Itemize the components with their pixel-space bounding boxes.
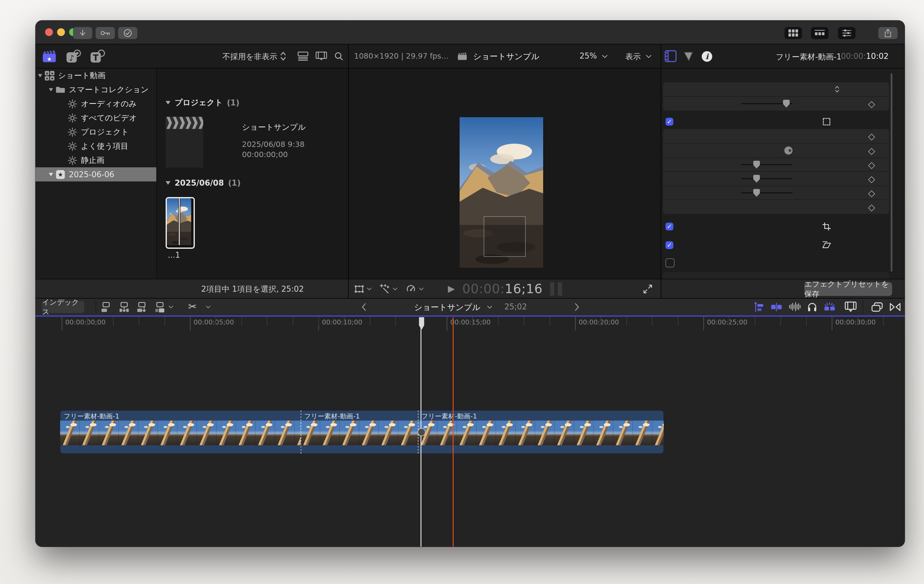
unchecked-checkbox[interactable] [665,258,675,267]
photos-audio-tab-icon[interactable]: ♪ [66,49,81,64]
inspector-row-位置[interactable]: ◇ [663,129,889,143]
chevron-down-icon[interactable] [487,305,492,309]
sidebar-item-7[interactable]: 静止画 [35,153,156,167]
keywords-button[interactable] [96,27,115,39]
timeline-clip-1[interactable]: フリー素材-動画-1 [60,410,300,454]
timeline-project-title[interactable]: ショートサンプル [411,302,483,313]
inspector-row-変形[interactable]: ✓ [663,115,889,128]
checked-checkbox[interactable]: ✓ [665,241,673,249]
playhead-dot[interactable] [417,428,426,436]
timeline-tracks[interactable]: フリー素材-動画-1フリー素材-動画-1フリー素材-動画-1 [35,332,905,547]
inspector-row-ブレンドモード[interactable] [663,82,889,96]
slider-thumb[interactable] [753,161,760,169]
fullscreen-expand-icon[interactable] [643,284,653,294]
audio-skimming-icon[interactable] [789,302,801,312]
inspector-row-クロップ[interactable]: ✓ [663,219,889,234]
timeline-clip-3[interactable]: フリー素材-動画-1 [418,410,664,454]
enhance-wand-icon[interactable] [380,284,390,294]
append-edit-icon[interactable] [154,302,166,313]
chevron-down-icon[interactable] [602,54,608,59]
video-inspector-icon[interactable] [664,50,677,63]
minimize-button[interactable] [57,28,65,36]
inspector-row-不透明度[interactable]: ◇ [663,97,889,110]
clip-skimming-icon[interactable] [771,302,782,312]
filter-dropdown[interactable]: 不採用を非表示 [223,51,277,62]
timeline-clip-2[interactable]: フリー素材-動画-1 [300,410,418,454]
chevron-down-icon[interactable] [393,287,398,291]
slider-track[interactable] [741,103,793,104]
slider-track[interactable] [741,192,793,194]
through-edit-boundary[interactable] [300,410,301,454]
show-timeline-button[interactable] [811,27,828,39]
chevron-down-icon[interactable] [367,287,372,291]
checked-checkbox[interactable]: ✓ [665,223,673,230]
inspector-row-調整 (すべて)[interactable]: ◇ [663,158,889,171]
timeline-ruler[interactable]: 00:00:00;0000:00:05;0000:00:10;0000:00:1… [35,317,905,332]
keyframe-diamond-icon[interactable]: ◇ [868,99,875,109]
checked-checkbox[interactable]: ✓ [665,118,673,125]
inspector-row-調整 (X方向)[interactable]: ◇ [663,172,889,186]
filmstrip-view-icon[interactable] [316,52,327,61]
insert-edit-icon[interactable] [119,302,130,313]
media-clip-thumbnail[interactable] [166,197,195,249]
inspector-row-アンカー[interactable]: ◇ [663,200,889,214]
show-clip-appearance-icon[interactable] [845,302,857,313]
project-name[interactable]: ショートサンプル [242,122,306,132]
titles-generators-tab-icon[interactable]: T [89,49,105,64]
keyframe-diamond-icon[interactable]: ◇ [868,160,875,170]
project-thumbnail[interactable] [166,117,203,168]
chevron-down-icon[interactable] [206,305,211,309]
inspector-row-手ぶれ補正[interactable] [663,256,889,270]
slider-thumb[interactable] [753,189,760,197]
connect-edit-icon[interactable] [101,302,112,313]
project-section-header[interactable]: プロジェクト (1) [166,97,239,108]
disclosure-triangle[interactable] [166,181,170,185]
cropicon-icon[interactable] [822,222,832,231]
inspector-scrollbar[interactable] [891,73,893,271]
sidebar-item-3[interactable]: オーディオのみ [35,97,156,111]
keyframe-diamond-icon[interactable]: ◇ [868,202,875,212]
chevron-down-icon[interactable] [646,54,652,59]
import-media-button[interactable] [73,27,92,39]
inspector-row-歪み[interactable]: ✓ [663,238,889,252]
color-inspector-icon[interactable] [682,51,695,63]
chevron-down-icon[interactable] [168,305,173,309]
background-tasks-button[interactable] [118,27,137,39]
sidebar-item-6[interactable]: よく使う項目 [35,139,156,153]
save-effect-preset-button[interactable]: エフェクトプリセットを保存 [804,282,892,296]
show-inspector-button[interactable] [838,27,855,39]
index-button[interactable]: インデックス [42,301,84,313]
show-browser-button[interactable] [785,27,802,39]
rotation-dial[interactable] [783,145,794,156]
viewer-canvas[interactable] [349,69,661,279]
disclosure-triangle[interactable] [38,74,42,77]
solo-headphones-icon[interactable] [807,302,818,313]
play-button[interactable]: ▶ [448,283,455,294]
slider-thumb[interactable] [783,100,790,107]
skimming-toggle-icon[interactable] [752,302,764,313]
dashrect-icon[interactable] [822,117,832,127]
disclosure-triangle[interactable] [166,101,170,105]
sidebar-item-1[interactable]: ★★★★ショート動画 [35,69,156,82]
media-library-tab-icon[interactable]: ★ [42,49,57,64]
distort-overlay-rect[interactable] [483,216,526,257]
chevron-down-icon[interactable] [419,287,424,291]
blade-tool-icon[interactable]: ✂ [188,300,197,313]
view-dropdown[interactable]: 表示 [625,51,641,62]
skew-icon[interactable] [822,240,832,250]
transitions-browser-icon[interactable] [889,302,901,312]
zoom-level-dropdown[interactable]: 25% [579,51,597,60]
sidebar-item-2[interactable]: スマートコレクション [35,82,156,97]
sidebar-item-4[interactable]: すべてのビデオ [35,111,156,125]
overwrite-edit-icon[interactable] [136,302,148,313]
list-view-icon[interactable] [298,52,309,61]
keyframe-diamond-icon[interactable]: ◇ [868,145,875,156]
media-section-header[interactable]: 2025/06/08 (1) [166,178,241,188]
retime-icon[interactable] [406,284,416,294]
updown-icon[interactable] [835,85,840,93]
close-button[interactable] [45,28,53,36]
transform-tool-icon[interactable] [354,284,365,294]
effects-browser-icon[interactable] [871,302,883,313]
search-icon[interactable] [334,52,343,61]
info-inspector-icon[interactable]: i [701,51,713,63]
